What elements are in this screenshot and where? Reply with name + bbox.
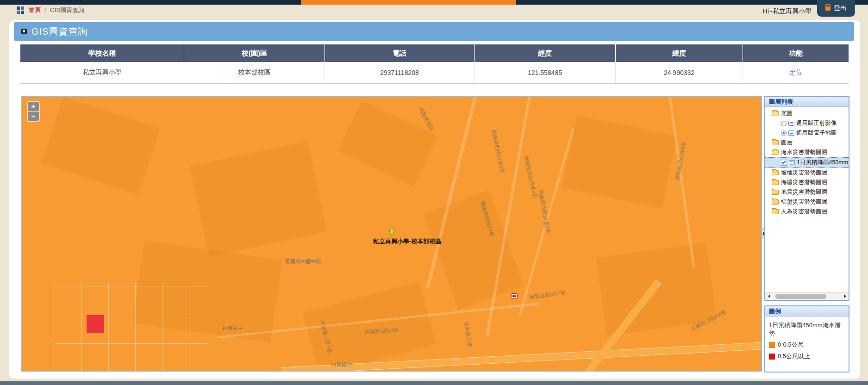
folder-icon — [772, 199, 779, 205]
legend-swatch-red — [769, 354, 775, 360]
map-label-school: 再興高中 — [222, 325, 243, 332]
folder-icon — [772, 140, 779, 145]
tree-item-layers-folder[interactable]: 圖層 — [765, 138, 849, 148]
legend-panel: 圖例 1日累積降雨450mm淹水潛勢 0-0.5公尺 0.5公尺以上 — [764, 305, 849, 373]
cell-school-name: 私立再興小學 — [20, 62, 184, 83]
user-greeting: Hi~私立再興小學 — [763, 7, 812, 16]
layer-list-panel: 圖層列表 底圖 通用版正射影像 通用版電子地圖 圖層 淹水災害潛勢圖層 ✔ 1日… — [764, 96, 849, 301]
col-header-phone: 電話 — [325, 44, 475, 62]
street-label: 興隆路四段57巷 — [529, 289, 566, 301]
logout-button[interactable]: 登出 — [817, 0, 855, 17]
page-title-bar: GIS圖資查詢 — [14, 22, 854, 41]
locate-link[interactable]: 定位 — [789, 68, 802, 77]
tree-item-ortho-image[interactable]: 通用版正射影像 — [765, 118, 849, 128]
tree-label: 輻射災害潛勢圖層 — [781, 198, 827, 206]
tree-label: 通用版電子地圖 — [796, 129, 837, 137]
zoom-in-button[interactable]: + — [28, 102, 39, 111]
tree-item-tsunami-folder[interactable]: 海嘯災害潛勢圖層 — [765, 178, 849, 187]
map-road — [667, 96, 695, 267]
tree-label: 底圖 — [781, 110, 793, 118]
folder-icon — [772, 209, 779, 214]
tree-label: 淹水災害潛勢圖層 — [781, 149, 827, 156]
street-label: 興隆路四段29巷4弄 — [522, 155, 538, 199]
map-label-school: 再興高中國中部 — [285, 258, 321, 265]
map-building-patch — [190, 141, 327, 257]
layer-icon — [788, 130, 794, 136]
school-pin-icon[interactable] — [388, 227, 395, 236]
folder-icon — [772, 170, 779, 175]
table-row: 私立再興小學 校本部校區 29371118208 121.558485 24.9… — [20, 62, 849, 84]
flood-high-risk-cell — [87, 315, 104, 333]
col-header-campus: 校(園)區 — [184, 44, 325, 62]
page-title: GIS圖資查詢 — [31, 25, 87, 38]
tree-item-slope-folder[interactable]: 坡地災害潛勢圖層 — [765, 168, 849, 178]
breadcrumb-separator: / — [44, 7, 46, 14]
scrollbar-thumb[interactable] — [775, 294, 826, 299]
breadcrumb-home-link[interactable]: 首頁 — [29, 6, 41, 14]
table-header-row: 學校名稱 校(園)區 電話 經度 緯度 功能 — [20, 44, 849, 62]
footer-bar — [0, 381, 868, 385]
breadcrumb: 首頁 / GIS圖資查詢 — [17, 6, 84, 14]
tree-label: 海嘯災害潛勢圖層 — [781, 179, 827, 186]
radio-unchecked-icon[interactable] — [781, 121, 787, 126]
tree-label: 地震災害潛勢圖層 — [781, 188, 827, 196]
scroll-left-arrow[interactable] — [765, 292, 773, 300]
home-grid-icon — [17, 6, 24, 14]
legend-item-high: 0.5公尺以上 — [769, 352, 845, 360]
tree-label: 人為災害潛勢圖層 — [781, 208, 827, 216]
tree-label: 通用版正射影像 — [796, 119, 837, 127]
title-bullet-icon — [21, 29, 27, 34]
col-header-latitude: 緯度 — [616, 44, 743, 62]
tree-item-rain-450mm[interactable]: ✔ 1日累積降雨450mm — [765, 157, 849, 168]
parcel-grid — [55, 282, 207, 372]
folder-open-icon — [771, 111, 779, 116]
folder-icon — [772, 180, 779, 185]
legend-label: 0.5公尺以上 — [778, 352, 810, 360]
col-header-longitude: 經度 — [475, 44, 616, 62]
legend-title: 圖例 — [765, 306, 849, 317]
tree-item-manmade-folder[interactable]: 人為災害潛勢圖層 — [765, 207, 849, 217]
radio-checked-icon[interactable] — [781, 130, 787, 136]
tree-label: 坡地災害潛勢圖層 — [781, 169, 827, 177]
top-nav-bar — [0, 0, 868, 5]
legend-swatch-orange — [769, 342, 775, 348]
legend-item-low: 0-0.5公尺 — [769, 341, 845, 349]
logout-label: 登出 — [834, 4, 847, 12]
cell-phone: 29371118208 — [325, 62, 475, 83]
folder-icon — [772, 190, 779, 195]
street-label: 興隆路四段29巷3弄 — [490, 129, 506, 174]
map-building-patch — [562, 115, 677, 209]
layer-panel-hscrollbar[interactable] — [765, 292, 849, 300]
marker-label: 私立再興小學-校本部校區 — [373, 237, 441, 246]
scroll-right-arrow[interactable] — [841, 292, 849, 300]
tree-item-flood-folder[interactable]: 淹水災害潛勢圖層 — [765, 148, 849, 157]
layer-tree: 底圖 通用版正射影像 通用版電子地圖 圖層 淹水災害潛勢圖層 ✔ 1日累積降雨4… — [765, 107, 849, 291]
street-label: 木新路三段 — [462, 321, 473, 348]
layer-list-title: 圖層列表 — [765, 97, 849, 107]
lock-icon — [825, 6, 831, 11]
cell-latitude: 24.990332 — [616, 62, 743, 83]
tree-item-radiation-folder[interactable]: 輻射災害潛勢圖層 — [765, 197, 849, 207]
map-canvas[interactable]: + − 興隆路四段 興隆路四段29巷3弄 興隆路四段29巷 興隆路四段29巷4弄… — [21, 96, 762, 372]
folder-open-icon — [771, 150, 779, 155]
col-header-school-name: 學校名稱 — [20, 44, 184, 62]
map-label-school: 再興國小 — [331, 361, 352, 368]
map-zoom-control: + − — [27, 101, 40, 122]
tree-item-emap[interactable]: 通用版電子地圖 — [765, 128, 849, 138]
school-table: 學校名稱 校(園)區 電話 經度 緯度 功能 私立再興小學 校本部校區 2937… — [20, 44, 849, 84]
checkbox-checked-icon[interactable]: ✔ — [781, 160, 787, 166]
cell-campus: 校本部校區 — [184, 62, 325, 83]
layer-icon — [788, 121, 794, 126]
tree-label: 圖層 — [781, 139, 793, 147]
map-building-patch — [42, 97, 160, 195]
tree-item-earthquake-folder[interactable]: 地震災害潛勢圖層 — [765, 187, 849, 197]
layer-icon — [789, 160, 795, 165]
legend-label: 0-0.5公尺 — [778, 341, 804, 349]
zoom-out-button[interactable]: − — [28, 112, 39, 121]
top-nav-accent — [301, 0, 516, 5]
poi-icon — [511, 293, 518, 298]
col-header-action: 功能 — [743, 44, 849, 62]
tree-label: 1日累積降雨450mm — [797, 159, 848, 167]
tree-item-basemap-folder[interactable]: 底圖 — [765, 109, 849, 118]
legend-subtitle: 1日累積降雨450mm淹水潛勢 — [769, 321, 845, 337]
